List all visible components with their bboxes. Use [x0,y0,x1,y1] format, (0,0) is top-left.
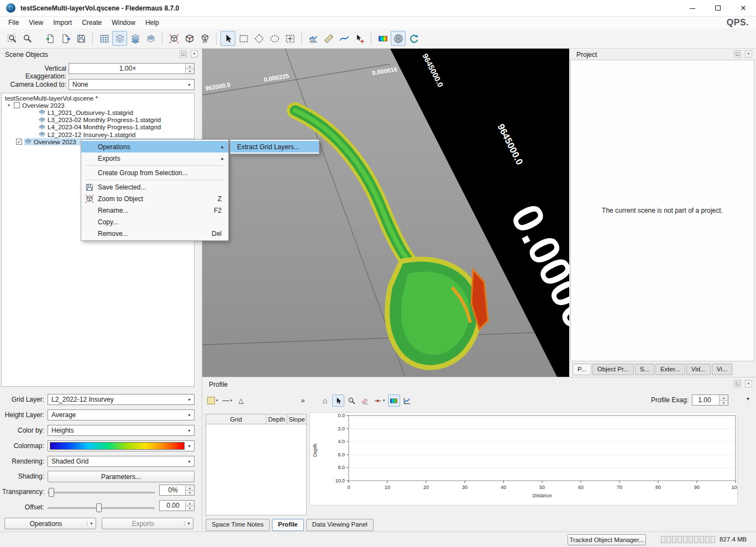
menu-create[interactable]: Create [77,17,107,28]
vertical-exaggeration-spinner[interactable]: ▴▾ [185,64,194,73]
minimize-button[interactable]: ─ [680,0,705,16]
menu-help[interactable]: Help [140,17,164,28]
tree-item-l4[interactable]: L4_2023-04 Monthly Progress-1.statgrid [2,124,194,131]
kp-view-button[interactable]: KP [197,31,212,46]
rendering-select[interactable]: Shaded Grid▾ [48,456,195,467]
transparency-slider[interactable] [48,487,155,498]
tab-video[interactable]: Vid... [686,364,711,375]
panel-close-icon[interactable]: × [745,380,752,387]
colormap-select[interactable]: ▾ [48,440,195,451]
tab-external[interactable]: Exter... [655,364,685,375]
tree-root-item[interactable]: testSceneMulti-layerVol.qscene * [2,94,194,102]
panel-float-icon[interactable]: ◱ [734,50,741,57]
grid-display-button[interactable] [97,31,112,46]
panel-close-icon[interactable]: × [191,50,198,57]
context-menu-remove[interactable]: Remove... Del [81,228,228,239]
exports-button[interactable]: Exports▾ [102,518,193,529]
menu-import[interactable]: Import [48,17,77,28]
tree-item-l3[interactable]: L3_2023-02 Monthly Progress-1.statgrid [2,117,194,124]
zoom-view-button[interactable] [20,31,35,46]
transparency-spinbox[interactable]: 0% ▴▾ [159,485,195,496]
vertical-exaggeration-spinbox[interactable]: 1.00× ▴▾ [69,63,195,74]
tab-s[interactable]: S... [635,364,654,375]
zoom-cube-button[interactable] [166,31,181,46]
scene-3d-viewport[interactable]: 963500.0 0.000225 0.000016 9645000.0 964… [202,49,569,377]
tab-profile[interactable]: Profile [272,519,304,531]
profile-zoom-button[interactable] [345,395,358,407]
panel-collapse-icon[interactable]: ▾ [747,396,749,402]
transparency-spinner[interactable]: ▴▾ [185,485,194,495]
layer-display-button[interactable] [112,31,127,46]
tree-item-l2[interactable]: L2_2022-12 Insurvey-1.statgrid [2,131,194,138]
column-header-slope[interactable]: Slope [287,414,306,424]
export-file-button[interactable] [58,31,73,46]
reset-cube-button[interactable] [182,31,197,46]
line-style-button[interactable]: —▾ [221,395,234,407]
camera-locked-select[interactable]: None ▾ [69,79,195,90]
rotate-view-button[interactable] [406,31,421,46]
measure-button[interactable] [321,31,336,46]
ellipse-select-button[interactable] [267,31,282,46]
profile-colormap-button[interactable] [388,395,400,407]
height-layer-select[interactable]: Average▾ [48,409,195,420]
rect-select-button[interactable] [236,31,251,46]
overflow-chevrons-button[interactable]: » [297,395,309,407]
panel-float-icon[interactable]: ◱ [734,380,741,387]
chevron-down-icon[interactable]: ▾ [184,521,193,526]
spin-down-icon[interactable]: ▾ [186,491,194,496]
maximize-button[interactable] [705,0,731,16]
spin-up-icon[interactable]: ▴ [186,64,194,69]
pick-tool-button[interactable] [352,31,367,46]
crosshair-select-button[interactable] [282,31,297,46]
profile-select-tool-button[interactable] [332,395,344,407]
spin-down-icon[interactable]: ▾ [720,401,728,406]
tree-expand-icon[interactable]: ▾ [6,103,12,108]
stacked-layers-button[interactable] [128,31,143,46]
close-button[interactable]: × [731,0,756,16]
context-menu-copy[interactable]: Copy... [81,216,228,228]
grid-layer-select[interactable]: L2_2022-12 Insurvey▾ [48,394,195,405]
profile-chart[interactable]: 0.0 2.0 4.0 6.0 8.0 10.0 0 10 20 30 40 5… [309,412,738,506]
tree-group-item[interactable]: ▾ Overview 2023 [2,102,194,109]
profile-exag-spinner[interactable]: ▴▾ [719,395,728,405]
spin-up-icon[interactable]: ▴ [186,501,194,506]
chevron-down-icon[interactable]: ▾ [87,521,96,526]
profile-tool-button[interactable] [337,31,351,46]
select-tool-button[interactable] [221,31,235,46]
offset-slider[interactable] [48,502,155,513]
spin-up-icon[interactable]: ▴ [720,395,728,401]
spin-up-icon[interactable]: ▴ [186,485,194,491]
shading-parameters-button[interactable]: Parameters... [48,471,195,482]
menu-window[interactable]: Window [107,17,140,28]
menu-file[interactable]: File [3,17,24,28]
context-menu-operations[interactable]: Operations ▸ [81,141,228,152]
tree-item-l1[interactable]: L1_2021_Outsurvey-1.statgrid [2,109,194,116]
context-menu-save-selected[interactable]: Save Selected... [81,181,228,193]
point-line-button[interactable]: ▾ [372,395,387,407]
multi-surface-button[interactable] [143,31,158,46]
offset-slider-handle[interactable] [96,503,102,512]
tab-space-time-notes[interactable]: Space Time Notes [206,519,270,531]
tab-object-properties[interactable]: Object Pr... [592,364,634,375]
colormap-button[interactable] [375,31,390,46]
tab-data-viewing-panel[interactable]: Data Viewing Panel [306,519,374,531]
import-file-button[interactable] [43,31,57,46]
marker-style-button[interactable]: △ [235,395,247,407]
transparency-slider-handle[interactable] [49,488,54,497]
spin-down-icon[interactable]: ▾ [186,69,194,74]
panel-float-icon[interactable]: ◱ [180,50,187,57]
offset-spinbox[interactable]: 0.00 ▴▾ [159,500,195,511]
group-checkbox[interactable] [14,102,20,108]
column-header-depth[interactable]: Depth [266,414,287,424]
shaded-grid-button[interactable] [391,31,406,46]
home-view-button[interactable]: ⌂ [319,395,331,407]
context-menu-exports[interactable]: Exports ▸ [81,152,228,164]
column-header-grid[interactable]: Grid [206,414,266,424]
menu-view[interactable]: View [24,17,48,28]
zoom-region-button[interactable] [4,31,19,46]
tab-project[interactable]: P... [573,364,591,375]
tab-vi[interactable]: Vi... [712,364,733,375]
eraser-button[interactable] [359,395,371,407]
diamond-select-button[interactable] [251,31,266,46]
offset-spinner[interactable]: ▴▾ [185,501,194,511]
